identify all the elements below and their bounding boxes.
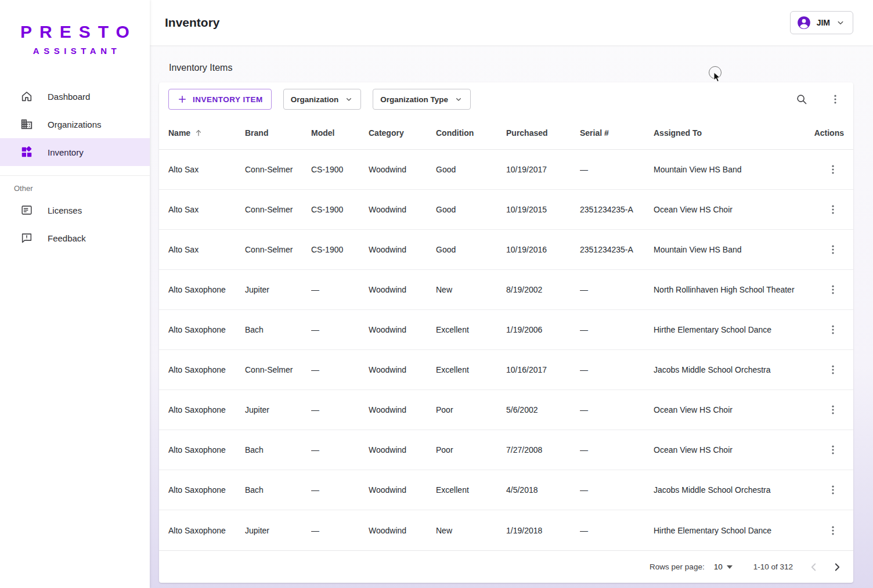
- rows-per-page-select[interactable]: 10: [713, 560, 734, 573]
- organization-filter-dropdown[interactable]: Organization: [283, 89, 362, 110]
- chevron-right-icon: [831, 561, 843, 573]
- column-header-name[interactable]: Name: [168, 128, 245, 138]
- cell-brand: Conn-Selmer: [245, 365, 311, 374]
- add-inventory-item-button[interactable]: INVENTORY ITEM: [168, 89, 272, 110]
- row-actions-button[interactable]: [822, 439, 844, 461]
- table-row: Alto SaxConn-SelmerCS-1900WoodwindGood10…: [159, 190, 853, 230]
- cell-actions: [807, 439, 844, 461]
- row-actions-button[interactable]: [822, 319, 844, 341]
- cell-purchased: 8/19/2002: [506, 285, 580, 294]
- sidebar-item-feedback[interactable]: Feedback: [0, 224, 150, 252]
- cell-serial: 2351234235-A: [580, 205, 654, 214]
- next-page-button[interactable]: [825, 555, 849, 579]
- cell-category: Woodwind: [369, 205, 436, 214]
- organization-type-filter-dropdown[interactable]: Organization Type: [373, 89, 471, 110]
- cell-purchased: 7/27/2008: [506, 445, 580, 454]
- cell-assigned-to: Jacobs Middle School Orchestra: [654, 485, 807, 495]
- cell-name: Alto Sax: [168, 165, 245, 174]
- search-icon: [795, 93, 808, 106]
- user-menu-button[interactable]: JIM: [790, 11, 853, 34]
- pagination-range: 1-10 of 312: [753, 562, 793, 571]
- column-header-serial[interactable]: Serial #: [580, 128, 654, 138]
- sidebar-item-dashboard[interactable]: Dashboard: [0, 82, 150, 110]
- cell-name: Alto Saxophone: [168, 325, 245, 334]
- cell-serial: —: [580, 485, 654, 495]
- row-actions-button[interactable]: [822, 520, 844, 542]
- plus-icon: [177, 94, 187, 104]
- cell-assigned-to: Ocean View HS Choir: [654, 445, 807, 454]
- cell-actions: [807, 199, 844, 221]
- table-row: Alto SaxConn-SelmerCS-1900WoodwindGood10…: [159, 150, 853, 190]
- cell-serial: —: [580, 405, 654, 414]
- cell-serial: —: [580, 526, 654, 535]
- cell-condition: Excellent: [436, 485, 506, 495]
- cell-condition: Good: [436, 165, 506, 174]
- sidebar-item-organizations[interactable]: Organizations: [0, 110, 150, 138]
- row-actions-button[interactable]: [822, 158, 844, 181]
- column-header-actions: Actions: [807, 128, 844, 138]
- sidebar: PRESTO ASSISTANT Dashboard Organizations: [0, 0, 150, 588]
- row-actions-button[interactable]: [822, 279, 844, 301]
- page-title: Inventory: [165, 16, 220, 30]
- cell-purchased: 10/19/2015: [506, 205, 580, 214]
- cell-purchased: 10/19/2016: [506, 245, 580, 254]
- cell-assigned-to: Ocean View HS Choir: [654, 205, 807, 214]
- cell-name: Alto Saxophone: [168, 445, 245, 454]
- search-button[interactable]: [791, 88, 813, 110]
- table-row: Alto SaxophoneJupiter—WoodwindPoor5/6/20…: [159, 390, 853, 430]
- sidebar-item-label: Inventory: [48, 147, 84, 157]
- cell-serial: —: [580, 285, 654, 294]
- sidebar-nav: Dashboard Organizations Inventory Other …: [0, 82, 150, 252]
- row-actions-button[interactable]: [822, 479, 844, 501]
- cell-brand: Conn-Selmer: [245, 205, 311, 214]
- rows-per-page-value: 10: [714, 562, 723, 571]
- chevron-down-icon: [454, 95, 463, 104]
- sidebar-section-other: Other: [0, 175, 150, 196]
- row-actions-button[interactable]: [822, 359, 844, 381]
- cell-purchased: 5/6/2002: [506, 405, 580, 414]
- column-header-assigned-to[interactable]: Assigned To: [654, 128, 807, 138]
- kebab-menu-icon: [827, 324, 839, 336]
- section-title: Inventory Items: [169, 63, 853, 73]
- cell-serial: —: [580, 165, 654, 174]
- sidebar-item-licenses[interactable]: Licenses: [0, 196, 150, 224]
- table-row: Alto SaxophoneBach—WoodwindPoor7/27/2008…: [159, 430, 853, 470]
- kebab-menu-icon: [829, 93, 841, 105]
- previous-page-button[interactable]: [802, 555, 825, 579]
- cell-brand: Conn-Selmer: [245, 165, 311, 174]
- sidebar-item-inventory[interactable]: Inventory: [0, 138, 150, 166]
- table-row: Alto SaxophoneBach—WoodwindExcellent1/19…: [159, 310, 853, 350]
- sidebar-item-label: Dashboard: [48, 92, 90, 102]
- brand-name-line1: PRESTO: [8, 22, 150, 42]
- column-header-model[interactable]: Model: [311, 128, 369, 138]
- cell-purchased: 4/5/2018: [506, 485, 580, 495]
- kebab-menu-icon: [827, 404, 839, 416]
- table-row: Alto SaxophoneJupiter—WoodwindNew1/19/20…: [159, 510, 853, 550]
- sidebar-item-label: Feedback: [48, 233, 86, 243]
- cell-actions: [807, 319, 844, 341]
- row-actions-button[interactable]: [822, 239, 844, 261]
- home-icon: [20, 89, 34, 103]
- user-name: JIM: [817, 18, 830, 27]
- cell-actions: [807, 479, 844, 501]
- row-actions-button[interactable]: [822, 199, 844, 221]
- content-area: Inventory Items INVENTORY ITEM Organizat…: [150, 45, 873, 588]
- cell-actions: [807, 359, 844, 381]
- toolbar-more-button[interactable]: [824, 88, 846, 110]
- table-row: Alto SaxophoneConn-Selmer—WoodwindExcell…: [159, 350, 853, 390]
- cell-model: CS-1900: [311, 165, 369, 174]
- cell-assigned-to: Hirthe Elementary School Dance: [654, 325, 807, 334]
- column-header-brand[interactable]: Brand: [245, 128, 311, 138]
- table-body: Alto SaxConn-SelmerCS-1900WoodwindGood10…: [159, 150, 853, 550]
- cell-assigned-to: Mountain View HS Band: [654, 165, 807, 174]
- cell-serial: —: [580, 365, 654, 374]
- column-header-condition[interactable]: Condition: [436, 128, 506, 138]
- cell-assigned-to: North Rollinhaven High School Theater: [654, 285, 807, 294]
- row-actions-button[interactable]: [822, 399, 844, 421]
- column-header-category[interactable]: Category: [369, 128, 436, 138]
- organization-filter-label: Organization: [291, 95, 339, 104]
- brand-name-line2: ASSISTANT: [4, 46, 150, 56]
- column-header-purchased[interactable]: Purchased: [506, 128, 580, 138]
- rows-per-page-label: Rows per page:: [650, 562, 705, 571]
- cell-condition: New: [436, 526, 506, 535]
